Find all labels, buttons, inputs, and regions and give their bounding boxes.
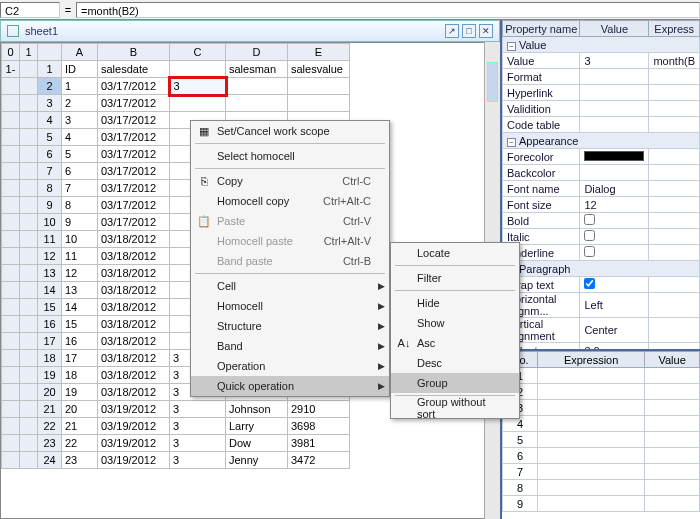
expr-value[interactable] xyxy=(645,480,700,496)
cell[interactable]: 13 xyxy=(62,282,98,299)
prop-expr[interactable] xyxy=(649,69,700,85)
detach-button[interactable]: ↗ xyxy=(445,24,459,38)
outline-row[interactable] xyxy=(2,214,20,231)
cell[interactable]: 22 xyxy=(62,435,98,452)
selected-cell[interactable]: 3 xyxy=(170,78,226,95)
outline-row[interactable] xyxy=(2,333,20,350)
menu-item[interactable]: Filter xyxy=(391,268,519,288)
outline-row[interactable] xyxy=(2,146,20,163)
cell[interactable]: 03/18/2012 xyxy=(98,350,170,367)
props-col-header[interactable]: Express xyxy=(649,21,700,37)
expr-value[interactable] xyxy=(645,496,700,512)
expr-value[interactable] xyxy=(645,384,700,400)
row-header[interactable]: 6 xyxy=(38,146,62,163)
menu-item[interactable]: A↓Asc xyxy=(391,333,519,353)
row-header[interactable]: 5 xyxy=(38,129,62,146)
outline-row[interactable] xyxy=(2,197,20,214)
expr-expression[interactable] xyxy=(538,448,645,464)
prop-value[interactable] xyxy=(580,69,649,85)
cell[interactable]: 11 xyxy=(62,248,98,265)
prop-value[interactable] xyxy=(580,229,649,245)
outline-col-0[interactable]: 0 xyxy=(2,44,20,61)
cell[interactable] xyxy=(170,95,226,112)
outline-row[interactable] xyxy=(20,401,38,418)
expr-expression[interactable] xyxy=(538,368,645,384)
outline-row[interactable] xyxy=(2,367,20,384)
prop-value[interactable] xyxy=(580,117,649,133)
prop-expr[interactable] xyxy=(649,245,700,261)
row-header[interactable]: 24 xyxy=(38,452,62,469)
row-header[interactable]: 12 xyxy=(38,248,62,265)
prop-checkbox[interactable] xyxy=(584,230,595,241)
expr-value[interactable] xyxy=(645,416,700,432)
cell[interactable]: 03/18/2012 xyxy=(98,248,170,265)
cell[interactable]: Larry xyxy=(226,418,288,435)
prop-expr[interactable] xyxy=(649,213,700,229)
expr-expression[interactable] xyxy=(538,416,645,432)
expr-value[interactable] xyxy=(645,432,700,448)
row-header[interactable]: 10 xyxy=(38,214,62,231)
prop-value[interactable] xyxy=(580,245,649,261)
cell[interactable]: 03/17/2012 xyxy=(98,197,170,214)
outline-row[interactable] xyxy=(2,180,20,197)
cell[interactable]: 7 xyxy=(62,180,98,197)
row-header[interactable]: 4 xyxy=(38,112,62,129)
col-header-E[interactable]: E xyxy=(288,44,350,61)
expr-expression[interactable] xyxy=(538,400,645,416)
row-header[interactable]: 3 xyxy=(38,95,62,112)
expr-col-header[interactable]: Expression xyxy=(538,352,645,368)
outline-row[interactable] xyxy=(20,418,38,435)
cell[interactable]: 03/19/2012 xyxy=(98,435,170,452)
cell[interactable]: 03/18/2012 xyxy=(98,282,170,299)
outline-row[interactable] xyxy=(20,367,38,384)
outline-row[interactable] xyxy=(2,316,20,333)
cell[interactable]: 3 xyxy=(170,435,226,452)
cell[interactable]: 15 xyxy=(62,316,98,333)
cell[interactable]: 03/18/2012 xyxy=(98,265,170,282)
cell[interactable]: 14 xyxy=(62,299,98,316)
expr-expression[interactable] xyxy=(538,464,645,480)
context-menu[interactable]: ▦Set/Cancel work scopeSelect homocell⎘Co… xyxy=(190,120,390,397)
menu-item[interactable]: Quick operation▶ xyxy=(191,376,389,396)
row-header[interactable]: 19 xyxy=(38,367,62,384)
cell[interactable] xyxy=(170,61,226,78)
cell[interactable]: 03/18/2012 xyxy=(98,333,170,350)
outline-row[interactable] xyxy=(2,248,20,265)
cell[interactable]: 3 xyxy=(170,452,226,469)
outline-row[interactable] xyxy=(20,214,38,231)
prop-expr[interactable] xyxy=(649,293,700,318)
outline-row[interactable] xyxy=(2,401,20,418)
cell[interactable]: 18 xyxy=(62,367,98,384)
props-col-header[interactable]: Property name xyxy=(503,21,580,37)
outline-row[interactable] xyxy=(20,112,38,129)
menu-item[interactable]: Homocell▶ xyxy=(191,296,389,316)
prop-expr[interactable] xyxy=(649,117,700,133)
cell[interactable]: 19 xyxy=(62,384,98,401)
prop-expr[interactable] xyxy=(649,277,700,293)
cell[interactable]: 4 xyxy=(62,129,98,146)
menu-item[interactable]: Locate xyxy=(391,243,519,263)
cell[interactable]: salesman xyxy=(226,61,288,78)
cell[interactable]: 21 xyxy=(62,418,98,435)
menu-item[interactable]: ▦Set/Cancel work scope xyxy=(191,121,389,141)
expr-expression[interactable] xyxy=(538,384,645,400)
section-expander-icon[interactable]: − xyxy=(507,42,516,51)
outline-row[interactable] xyxy=(20,333,38,350)
outline-row[interactable] xyxy=(20,163,38,180)
cell[interactable]: 03/18/2012 xyxy=(98,384,170,401)
prop-expr[interactable] xyxy=(649,101,700,117)
col-header-C[interactable]: C xyxy=(170,44,226,61)
outline-row[interactable] xyxy=(2,95,20,112)
props-section[interactable]: −Appearance xyxy=(503,133,700,149)
outline-row[interactable] xyxy=(2,265,20,282)
expression-panel[interactable]: No.ExpressionValue123456789 xyxy=(502,349,700,519)
outline-row[interactable] xyxy=(2,78,20,95)
prop-value[interactable] xyxy=(580,213,649,229)
cell[interactable] xyxy=(288,78,350,95)
menu-item[interactable]: Group xyxy=(391,373,519,393)
outline-row[interactable] xyxy=(2,112,20,129)
prop-value[interactable]: Center xyxy=(580,318,649,343)
cell[interactable]: 16 xyxy=(62,333,98,350)
row-header[interactable]: 20 xyxy=(38,384,62,401)
cell[interactable]: 03/18/2012 xyxy=(98,316,170,333)
